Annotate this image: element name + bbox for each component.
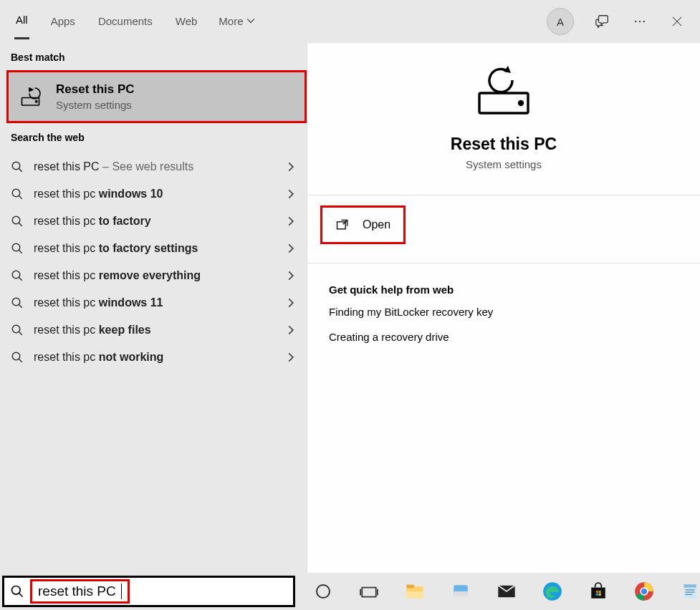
svg-point-10: [12, 298, 20, 306]
web-result-text: reset this pc remove everything: [34, 269, 286, 282]
search-icon: [11, 269, 24, 282]
chevron-right-icon: [286, 162, 296, 172]
chevron-right-icon: [286, 352, 296, 362]
tab-apps[interactable]: Apps: [49, 15, 77, 39]
tab-more[interactable]: More: [219, 15, 254, 29]
web-result-text: reset this pc to factory: [34, 215, 286, 228]
svg-point-11: [12, 325, 20, 333]
best-match-title: Reset this PC: [56, 82, 135, 97]
svg-rect-20: [406, 585, 414, 589]
tab-all[interactable]: All: [14, 14, 29, 39]
svg-point-5: [12, 162, 20, 170]
search-icon: [10, 584, 24, 599]
avatar[interactable]: A: [547, 8, 574, 35]
cortana-icon[interactable]: [313, 581, 333, 601]
svg-point-14: [519, 102, 523, 105]
svg-rect-29: [596, 594, 598, 596]
store-icon[interactable]: [588, 581, 608, 601]
svg-point-17: [317, 585, 330, 598]
best-match-heading: Best match: [0, 43, 307, 70]
chrome-icon[interactable]: [634, 581, 654, 601]
web-result-text: reset this pc windows 11: [34, 296, 286, 309]
search-icon: [11, 242, 24, 255]
tab-documents[interactable]: Documents: [97, 15, 154, 39]
svg-rect-21: [406, 591, 423, 598]
search-box[interactable]: [2, 576, 295, 607]
search-icon: [11, 324, 24, 337]
quick-link-bitlocker[interactable]: Finding my BitLocker recovery key: [307, 296, 700, 321]
open-icon: [335, 218, 350, 232]
search-icon: [11, 351, 24, 364]
web-result-text: reset this pc keep files: [34, 324, 286, 337]
app-icon-1[interactable]: [451, 581, 471, 601]
search-input[interactable]: [38, 584, 121, 599]
search-icon: [11, 296, 24, 309]
mail-icon[interactable]: [497, 581, 517, 601]
chevron-right-icon: [286, 271, 296, 281]
notepad-icon[interactable]: [680, 581, 700, 601]
web-result[interactable]: reset this pc not working: [0, 344, 307, 371]
svg-point-8: [12, 243, 20, 251]
svg-point-33: [641, 589, 647, 594]
open-label: Open: [363, 218, 390, 231]
svg-point-16: [12, 586, 21, 595]
text-caret: [121, 584, 122, 599]
search-icon: [11, 215, 24, 228]
svg-point-1: [639, 21, 641, 23]
search-icon: [11, 188, 24, 200]
open-button[interactable]: Open: [320, 205, 406, 244]
quick-help-heading: Get quick help from web: [307, 263, 700, 296]
quick-link-recovery-drive[interactable]: Creating a recovery drive: [307, 321, 700, 346]
task-view-icon[interactable]: [359, 581, 379, 601]
file-explorer-icon[interactable]: [405, 581, 425, 601]
svg-point-12: [12, 352, 20, 360]
tab-web[interactable]: Web: [174, 15, 199, 39]
svg-rect-30: [599, 594, 601, 596]
chevron-right-icon: [286, 325, 296, 335]
detail-title: Reset this PC: [307, 135, 700, 154]
svg-point-0: [635, 21, 637, 23]
chevron-right-icon: [286, 243, 296, 253]
search-icon: [11, 160, 24, 173]
web-result[interactable]: reset this PC – See web results: [0, 153, 307, 180]
svg-point-7: [12, 216, 20, 224]
reset-pc-icon: [19, 84, 44, 110]
web-result-text: reset this pc windows 10: [34, 188, 286, 200]
chevron-right-icon: [286, 298, 296, 308]
chevron-right-icon: [286, 189, 296, 199]
reset-pc-large-icon: [307, 63, 700, 122]
svg-rect-27: [596, 591, 598, 593]
chevron-right-icon: [286, 216, 296, 226]
more-icon[interactable]: [631, 13, 648, 30]
svg-rect-35: [684, 584, 696, 587]
web-result[interactable]: reset this pc remove everything: [0, 262, 307, 289]
svg-point-4: [36, 101, 37, 102]
svg-point-6: [12, 189, 20, 197]
web-result-text: reset this pc not working: [34, 351, 286, 364]
web-result[interactable]: reset this pc to factory: [0, 208, 307, 235]
web-result-text: reset this PC – See web results: [34, 160, 286, 173]
svg-point-9: [12, 271, 20, 279]
edge-icon[interactable]: [542, 581, 562, 601]
svg-rect-28: [599, 591, 601, 593]
svg-point-2: [643, 21, 646, 23]
web-result[interactable]: reset this pc windows 11: [0, 289, 307, 316]
close-icon[interactable]: [668, 13, 686, 30]
web-result[interactable]: reset this pc windows 10: [0, 180, 307, 208]
best-match-subtitle: System settings: [56, 99, 135, 111]
chevron-down-icon: [246, 16, 255, 25]
detail-subtitle: System settings: [307, 158, 700, 170]
search-web-heading: Search the web: [0, 123, 307, 150]
svg-rect-18: [362, 588, 376, 597]
web-result-text: reset this pc to factory settings: [34, 242, 286, 255]
web-result[interactable]: reset this pc keep files: [0, 316, 307, 344]
web-result[interactable]: reset this pc to factory settings: [0, 235, 307, 262]
feedback-icon[interactable]: [594, 13, 611, 30]
svg-rect-23: [454, 591, 468, 596]
best-match-result[interactable]: Reset this PC System settings: [6, 70, 307, 123]
